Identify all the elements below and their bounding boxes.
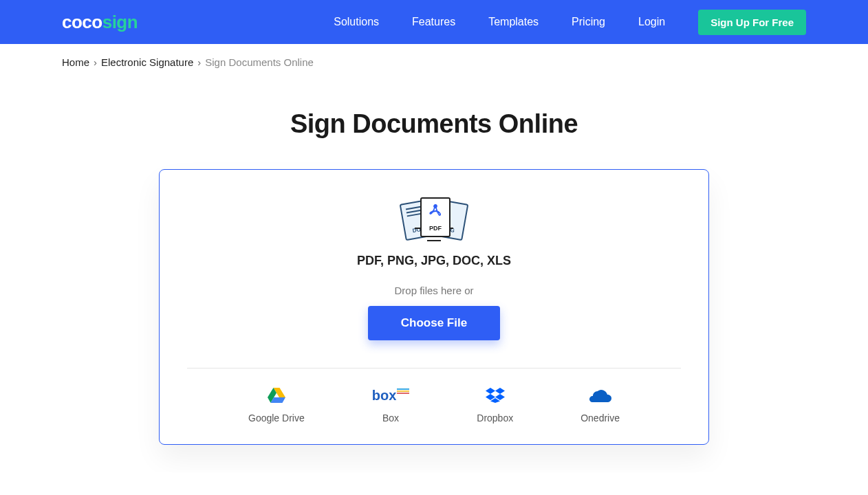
breadcrumb-home[interactable]: Home bbox=[62, 56, 89, 68]
page-title: Sign Documents Online bbox=[0, 109, 868, 139]
nav-right: Solutions Features Templates Pricing Log… bbox=[334, 10, 806, 35]
breadcrumb-electronic-signature[interactable]: Electronic Signature bbox=[101, 56, 193, 68]
provider-dropbox[interactable]: Dropbox bbox=[477, 388, 513, 424]
drop-instruction: Drop files here or bbox=[187, 285, 681, 296]
choose-file-button[interactable]: Choose File bbox=[368, 306, 500, 340]
nav-pricing[interactable]: Pricing bbox=[572, 16, 605, 28]
onedrive-icon bbox=[589, 388, 611, 403]
breadcrumb-current: Sign Documents Online bbox=[205, 56, 314, 68]
provider-onedrive[interactable]: Onedrive bbox=[581, 388, 620, 424]
provider-box[interactable]: box Box bbox=[372, 388, 410, 424]
nav-features[interactable]: Features bbox=[412, 16, 455, 28]
logo-coco: coco bbox=[62, 12, 102, 32]
chevron-right-icon: › bbox=[197, 56, 201, 68]
box-icon: box bbox=[372, 388, 410, 403]
main-header: cocosign Solutions Features Templates Pr… bbox=[0, 0, 868, 44]
provider-label: Dropbox bbox=[477, 412, 513, 424]
divider bbox=[187, 368, 681, 368]
nav-templates[interactable]: Templates bbox=[488, 16, 539, 28]
google-drive-icon bbox=[268, 388, 285, 403]
provider-label: Google Drive bbox=[248, 412, 305, 424]
document-types-icon: PDF bbox=[400, 197, 468, 241]
provider-label: Box bbox=[382, 412, 399, 424]
signup-button[interactable]: Sign Up For Free bbox=[698, 10, 806, 35]
upload-card: PDF PDF, PNG, JPG, DOC, XLS Drop files h… bbox=[159, 169, 709, 445]
nav-login[interactable]: Login bbox=[638, 16, 665, 28]
chevron-right-icon: › bbox=[94, 56, 97, 68]
logo[interactable]: cocosign bbox=[62, 12, 138, 33]
breadcrumb: Home › Electronic Signature › Sign Docum… bbox=[0, 44, 868, 80]
cloud-providers: Google Drive box Box Dropbox bbox=[187, 388, 681, 424]
provider-label: Onedrive bbox=[581, 412, 620, 424]
nav-solutions[interactable]: Solutions bbox=[334, 16, 379, 28]
provider-google-drive[interactable]: Google Drive bbox=[248, 388, 305, 424]
dropbox-icon bbox=[486, 388, 505, 403]
supported-formats: PDF, PNG, JPG, DOC, XLS bbox=[187, 254, 681, 268]
logo-sign: sign bbox=[102, 12, 138, 32]
